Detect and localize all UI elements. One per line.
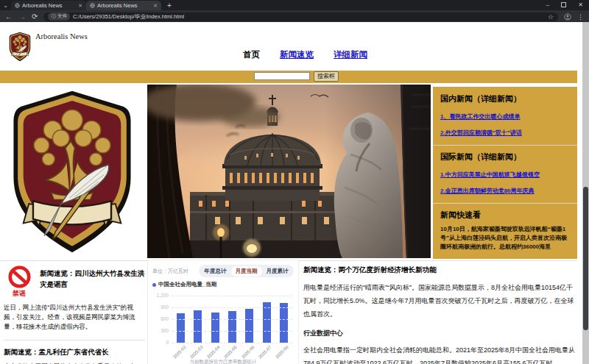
chart-gridline <box>172 307 292 308</box>
globe-icon <box>90 3 95 8</box>
tab-search-button[interactable]: ⌄ <box>0 1 11 10</box>
hero-crest-logo <box>1 87 143 257</box>
webpage: Arborealis News 首页 新闻速览 详细新闻 搜索框 <box>0 22 582 364</box>
chart-tab-group: 年度总计 月度当期 月度累计 <box>199 265 294 277</box>
news-text: 广东省第十四届人民代表大会常务委员会第二十一次会议10月11日决定，接受王伟中辞… <box>4 362 145 364</box>
chart-bar <box>245 309 253 343</box>
chart-bar <box>211 313 219 343</box>
chart-bar <box>177 313 185 343</box>
news-divider <box>4 340 145 340</box>
sidebar-link-intl-2[interactable]: 2.金正恩出席朝鲜劳动党80周年庆典 <box>440 187 570 195</box>
window-controls: – ✕ <box>546 0 583 10</box>
page-scrollbar[interactable] <box>582 22 589 364</box>
reload-icon[interactable]: ⟳ <box>32 13 38 21</box>
new-tab-button[interactable]: + <box>167 1 172 10</box>
scrollbar-thumb[interactable] <box>583 187 588 330</box>
sidebar-link-domestic-2[interactable]: 2.外交部回应赖清德“双十”讲话 <box>440 129 570 137</box>
back-icon[interactable]: ← <box>5 13 13 21</box>
news-text: 用电量是经济运行的“晴雨表”“风向标”。国家能源总局数据显示，8月全社会用电量1… <box>303 281 577 321</box>
chart-unit-label: 单位：万亿瓦时 <box>152 268 188 275</box>
news-sidebar: 国内新闻（详细新闻） 1、看民政工作交出暖心成绩单 2.外交部回应赖清德“双十”… <box>433 87 577 259</box>
browser-window: ⌄ Arborealis News ✕ Arborealis News ✕ + … <box>0 0 589 364</box>
chart-y-tick-label: 900 <box>152 304 169 310</box>
news-title[interactable]: 新闻速览：两个万亿度折射经济增长新功能 <box>303 265 577 275</box>
browser-toolbar: ← → ⟳ ⓘ文件 C:/Users/29351/Desktop/毕业/inde… <box>0 10 589 23</box>
sidebar-link-intl-1[interactable]: 1.中方回应美禁止中国航班飞越俄领空 <box>440 171 570 179</box>
browser-tab-2[interactable]: Arborealis News ✕ <box>86 1 161 10</box>
browser-menu-icon[interactable]: ⋮ <box>577 13 584 21</box>
chart-tab-annual[interactable]: 年度总计 <box>200 266 231 276</box>
chart-tab-monthly-cumulative[interactable]: 月度累计 <box>262 266 293 276</box>
browser-tabstrip: ⌄ Arborealis News ✕ Arborealis News ✕ + … <box>0 0 589 10</box>
bookmark-star-icon[interactable]: ☆ <box>548 13 554 21</box>
sidebar-section-title-domestic: 国内新闻（详细新闻） <box>440 93 570 104</box>
browser-tab-1[interactable]: Arborealis News ✕ <box>11 1 86 10</box>
nav-quicknews-link[interactable]: 新闻速览 <box>280 49 314 60</box>
chart-caption: 当前数据按官方已发布数据统计 <box>152 359 294 364</box>
nav-detailnews-link[interactable]: 详细新闻 <box>334 49 367 60</box>
globe-icon <box>15 3 20 8</box>
legend-label: 中国全社会用电量_当期 <box>158 281 216 288</box>
chart-gridline <box>172 343 292 343</box>
chart-gridline <box>172 331 292 332</box>
chart-plot-area: 03006009001,200 <box>152 290 294 347</box>
search-button[interactable]: 搜索框 <box>314 71 339 82</box>
tab-close-icon[interactable]: ✕ <box>78 3 82 9</box>
search-bar: 搜索框 <box>0 71 577 83</box>
minimize-button[interactable]: – <box>546 1 549 8</box>
sidebar-divider <box>433 145 577 146</box>
chart-y-tick-label: 1,200 <box>152 293 169 298</box>
chart-gridline <box>172 296 292 296</box>
url-text: C:/Users/29351/Desktop/毕业/index.html.htm… <box>73 13 184 21</box>
chart-y-tick-label: 300 <box>152 328 169 333</box>
info-icon: ⓘ <box>51 13 56 20</box>
news-text: 全社会用电量指一定时期内全社会消耗的电能总和。2021年至2025年8月中国全社… <box>303 343 577 364</box>
chart-bar <box>194 310 202 343</box>
main-photo-image <box>147 85 431 258</box>
chart-bar <box>228 311 236 343</box>
close-button[interactable]: ✕ <box>578 1 583 8</box>
sidebar-quicklook-text: 10月10日，航海家翟墨驾驶双轨远洋帆船“翟墨1号”从上海白莲泾码头启航，开启人… <box>440 225 570 251</box>
chart-y-tick-label: 0 <box>152 340 169 345</box>
file-chip-label: 文件 <box>57 13 67 20</box>
news-column-left: 禁谣 新闻速览：四川达州大竹县发生洪灾是谣言 近日，网上流传“四川达州大竹县发生… <box>4 265 145 364</box>
chart-x-axis-labels: 2025-022025-032025-042025-052025-062025-… <box>172 347 292 358</box>
chart-legend: 中国全社会用电量_当期 <box>152 281 294 288</box>
site-name: Arborealis News <box>35 32 88 40</box>
chart-bars <box>172 290 292 343</box>
nav-home-link[interactable]: 首页 <box>243 49 260 60</box>
profile-avatar-icon[interactable] <box>564 13 571 21</box>
maximize-button[interactable] <box>561 2 566 7</box>
news-title[interactable]: 新闻速览：四川达州大竹县发生洪灾是谣言 <box>40 268 145 290</box>
address-bar[interactable]: ⓘ文件 C:/Users/29351/Desktop/毕业/index.html… <box>43 13 558 21</box>
forward-icon[interactable]: → <box>18 13 26 21</box>
main-nav: 首页 新闻速览 详细新闻 <box>243 49 367 60</box>
news-title[interactable]: 新闻速览：孟凡利任广东省代省长 <box>4 348 145 357</box>
sidebar-section-title-quicklook: 新闻快速看 <box>440 210 570 221</box>
chart-tab-monthly-current[interactable]: 月度当期 <box>231 266 262 276</box>
chart-bar <box>280 303 288 343</box>
sidebar-divider <box>433 203 577 204</box>
site-logo-crest-icon <box>7 29 32 65</box>
tab-title: Arborealis News <box>22 2 76 9</box>
chart-bar <box>263 302 271 343</box>
main-photo <box>147 85 431 258</box>
chart-gridline <box>172 319 292 320</box>
sidebar-section-title-international: 国际新闻（详细新闻） <box>440 151 570 163</box>
tab-close-icon[interactable]: ✕ <box>153 3 158 9</box>
prohibition-icon <box>8 265 31 288</box>
news-subheading: 行业数据中心 <box>303 329 577 338</box>
sidebar-link-domestic-1[interactable]: 1、看民政工作交出暖心成绩单 <box>440 113 570 121</box>
news-column-right: 新闻速览：两个万亿度折射经济增长新功能 用电量是经济运行的“晴雨表”“风向标”。… <box>303 265 577 364</box>
chevron-down-icon: ⌄ <box>3 2 8 9</box>
tab-title: Arborealis News <box>97 2 151 9</box>
legend-dot-icon <box>152 283 156 287</box>
electricity-chart-card: 单位：万亿瓦时 年度总计 月度当期 月度累计 中国全社会用电量_当期 03006… <box>147 260 299 364</box>
search-input[interactable] <box>254 72 310 80</box>
chart-y-tick-label: 600 <box>152 316 169 321</box>
file-scheme-chip[interactable]: ⓘ文件 <box>48 13 70 21</box>
rumor-ban-badge: 禁谣 <box>13 289 26 299</box>
news-text: 近日，网上流传“四川达州大竹县发生洪灾”的视频，引发关注。经查，该视频是网民廖某… <box>4 303 145 332</box>
